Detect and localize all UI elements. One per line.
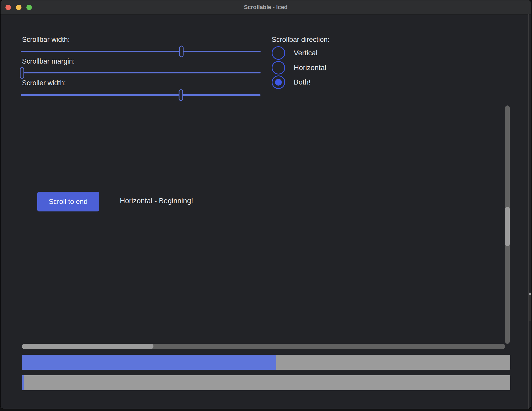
radio-label-horizontal[interactable]: Horizontal bbox=[294, 61, 326, 74]
scroll-status-text: Horizontal - Beginning! bbox=[120, 197, 193, 205]
progress-fill-horizontal-offset bbox=[22, 375, 24, 390]
slider-scrollbar-margin[interactable] bbox=[21, 72, 261, 73]
slider-label-scroller-width: Scroller width: bbox=[22, 79, 66, 87]
window-edge-notch bbox=[529, 293, 531, 295]
progress-bar-vertical-offset bbox=[22, 355, 510, 370]
slider-handle-scrollbar-width[interactable] bbox=[179, 45, 184, 57]
slider-label-scrollbar-width: Scrollbar width: bbox=[22, 36, 70, 44]
vertical-scrollbar-track[interactable] bbox=[505, 105, 510, 344]
radio-group-label: Scrollbar direction: bbox=[272, 36, 330, 44]
progress-fill-vertical-offset bbox=[22, 355, 276, 370]
title-bar[interactable]: Scrollable - Iced bbox=[1, 0, 531, 14]
app-window: Scrollable - Iced Scrollbar width: Scrol… bbox=[1, 0, 531, 409]
radio-label-both[interactable]: Both! bbox=[294, 75, 311, 89]
radio-selected-dot bbox=[275, 79, 282, 86]
radio-horizontal[interactable] bbox=[272, 61, 285, 74]
horizontal-scroller-thumb[interactable] bbox=[22, 344, 153, 349]
scroll-to-end-button[interactable]: Scroll to end bbox=[37, 192, 99, 211]
slider-handle-scroller-width[interactable] bbox=[179, 89, 183, 101]
slider-scrollbar-width[interactable] bbox=[21, 51, 261, 52]
slider-handle-scrollbar-margin[interactable] bbox=[20, 67, 24, 79]
radio-both[interactable] bbox=[272, 75, 285, 89]
window-right-edge bbox=[528, 14, 529, 409]
progress-bar-horizontal-offset bbox=[22, 375, 510, 390]
radio-vertical[interactable] bbox=[272, 46, 285, 60]
radio-label-vertical[interactable]: Vertical bbox=[294, 46, 317, 60]
horizontal-scrollbar-track[interactable] bbox=[22, 344, 505, 349]
window-edge-panel bbox=[529, 295, 531, 321]
window-title: Scrollable - Iced bbox=[1, 0, 531, 14]
vertical-scroller-thumb[interactable] bbox=[505, 207, 510, 246]
slider-scroller-width[interactable] bbox=[21, 94, 261, 96]
slider-label-scrollbar-margin: Scrollbar margin: bbox=[22, 57, 75, 65]
